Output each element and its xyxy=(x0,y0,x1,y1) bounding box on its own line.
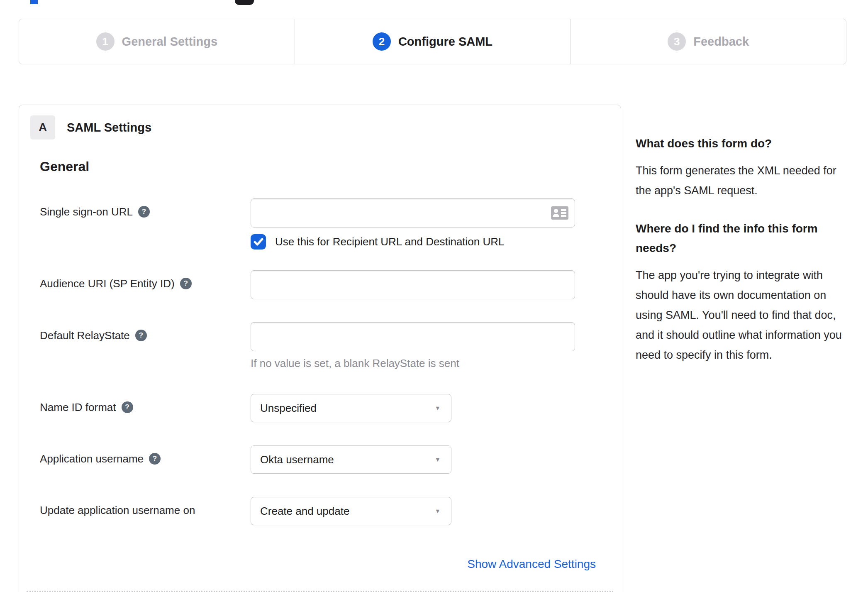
app-username-label: Application username xyxy=(40,452,144,466)
general-group-heading: General xyxy=(40,159,89,174)
show-advanced-settings-link[interactable]: Show Advanced Settings xyxy=(467,558,596,570)
sidebar-where-section: Where do I find the info this form needs… xyxy=(636,219,848,365)
chevron-down-icon: ▼ xyxy=(435,456,441,463)
sso-url-input[interactable] xyxy=(251,198,575,228)
relay-state-row: Default RelayState ? If no value is set,… xyxy=(19,322,621,370)
name-id-format-help-icon[interactable]: ? xyxy=(122,401,133,413)
panel-header: A SAML Settings xyxy=(30,115,151,139)
sso-url-label-cell: Single sign-on URL ? xyxy=(19,198,251,219)
step-2-number: 2 xyxy=(373,32,391,51)
relay-state-label-cell: Default RelayState ? xyxy=(19,322,251,342)
name-id-format-select[interactable]: Unspecified ▼ xyxy=(251,394,451,422)
step-3-number: 3 xyxy=(668,32,686,51)
sso-url-row: Single sign-on URL ? xyxy=(19,198,621,250)
update-app-username-label: Update application username on xyxy=(40,504,195,517)
sidebar-what-heading: What does this form do? xyxy=(636,134,848,153)
update-app-username-row: Update application username on Create an… xyxy=(19,497,621,525)
chevron-down-icon: ▼ xyxy=(435,508,441,515)
step-configure-saml[interactable]: 2 Configure SAML xyxy=(295,19,571,64)
cutoff-blue-fragment xyxy=(30,0,38,4)
step-3-label: Feedback xyxy=(693,35,749,49)
sidebar-where-heading: Where do I find the info this form needs… xyxy=(636,219,848,258)
cutoff-dark-fragment xyxy=(235,0,254,5)
sidebar-section-what: What does this form do? This form genera… xyxy=(636,134,848,201)
section-a-badge: A xyxy=(30,115,55,139)
relay-state-help-icon[interactable]: ? xyxy=(135,330,147,341)
audience-uri-input[interactable] xyxy=(251,270,575,299)
relay-state-label: Default RelayState xyxy=(40,329,130,342)
saml-settings-panel: A SAML Settings General Single sign-on U… xyxy=(19,105,621,592)
app-username-select[interactable]: Okta username ▼ xyxy=(251,445,451,474)
address-card-icon[interactable] xyxy=(551,206,568,220)
step-general-settings[interactable]: 1 General Settings xyxy=(19,19,295,64)
relay-state-hint: If no value is set, a blank RelayState i… xyxy=(251,357,621,370)
app-username-value: Okta username xyxy=(260,453,334,466)
section-title: SAML Settings xyxy=(67,121,151,135)
app-username-row: Application username ? Okta username ▼ xyxy=(19,445,621,474)
step-1-label: General Settings xyxy=(122,35,217,49)
name-id-format-row: Name ID format ? Unspecified ▼ xyxy=(19,394,621,422)
sso-url-label: Single sign-on URL xyxy=(40,205,133,219)
check-icon xyxy=(254,238,263,246)
step-2-label: Configure SAML xyxy=(398,35,493,49)
update-app-username-select[interactable]: Create and update ▼ xyxy=(251,497,451,525)
audience-uri-help-icon[interactable]: ? xyxy=(180,278,192,289)
app-username-label-cell: Application username ? xyxy=(19,445,251,466)
name-id-format-label: Name ID format xyxy=(40,401,116,414)
step-feedback[interactable]: 3 Feedback xyxy=(571,19,846,64)
name-id-format-label-cell: Name ID format ? xyxy=(19,394,251,414)
recipient-url-checkbox-row[interactable]: Use this for Recipient URL and Destinati… xyxy=(251,234,621,250)
sso-url-help-icon[interactable]: ? xyxy=(138,206,150,218)
relay-state-input[interactable] xyxy=(251,322,575,351)
step-1-number: 1 xyxy=(96,32,115,51)
help-sidebar: What does this form do? This form genera… xyxy=(636,134,848,365)
sidebar-what-body: This form generates the XML needed for t… xyxy=(636,161,848,201)
recipient-url-checkbox[interactable] xyxy=(251,234,266,250)
name-id-format-value: Unspecified xyxy=(260,402,317,415)
wizard-stepper: 1 General Settings 2 Configure SAML 3 Fe… xyxy=(19,19,846,64)
audience-uri-row: Audience URI (SP Entity ID) ? xyxy=(19,270,621,299)
update-app-username-value: Create and update xyxy=(260,505,349,518)
app-username-help-icon[interactable]: ? xyxy=(149,453,161,465)
chevron-down-icon: ▼ xyxy=(435,405,441,412)
update-app-username-label-cell: Update application username on xyxy=(19,497,251,517)
audience-uri-label-cell: Audience URI (SP Entity ID) ? xyxy=(19,270,251,291)
audience-uri-label: Audience URI (SP Entity ID) xyxy=(40,277,175,291)
sidebar-where-body: The app you're trying to integrate with … xyxy=(636,265,848,365)
recipient-url-checkbox-label: Use this for Recipient URL and Destinati… xyxy=(275,235,505,248)
